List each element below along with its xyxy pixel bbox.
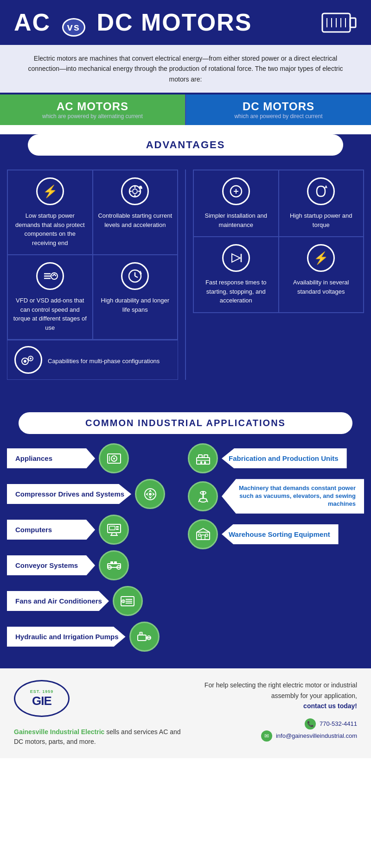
app-compressor: Compressor Drives and Systems bbox=[7, 479, 183, 509]
advantages-section: ADVANTAGES ⚡ Low startup power demands t… bbox=[0, 134, 371, 403]
app-computers: Computers bbox=[7, 515, 183, 545]
fabrication-label: Fabrication and Production Units bbox=[222, 448, 347, 469]
app-conveyor: Conveyor Systems bbox=[7, 550, 183, 580]
svg-rect-61 bbox=[197, 458, 210, 464]
company-description: Gainesville Industrial Electric sells an… bbox=[14, 727, 181, 747]
fans-label: Fans and Air Conditioners bbox=[7, 591, 109, 611]
warehouse-icon bbox=[188, 519, 218, 549]
svg-rect-41 bbox=[109, 526, 115, 530]
svg-line-21 bbox=[135, 276, 138, 277]
dc-adv-text-1: Simpler installation and maintenance bbox=[198, 209, 274, 229]
app-fabrication: Fabrication and Production Units bbox=[188, 443, 364, 473]
dc-adv-2: High startup power and torque bbox=[279, 170, 364, 237]
svg-point-33 bbox=[113, 458, 115, 459]
ac-sub-label: which are powered by alternating current bbox=[9, 113, 176, 120]
app-machinery: Machinery that demands constant power su… bbox=[188, 479, 364, 514]
app-warehouse: Warehouse Sorting Equipment bbox=[188, 519, 364, 549]
header: AC vs DC MOTORS bbox=[0, 0, 371, 45]
ac-adv-text-3: VFD or VSD add-ons that can control spee… bbox=[13, 294, 88, 332]
dc-applications: Fabrication and Production Units Machine… bbox=[188, 443, 364, 652]
dc-adv-3: Fast response times to starting, stoppin… bbox=[193, 237, 279, 313]
appliances-label: Appliances bbox=[7, 448, 95, 469]
fast-response-icon bbox=[222, 244, 250, 272]
cta-text: For help selecting the right electric mo… bbox=[190, 680, 357, 711]
computers-label: Computers bbox=[7, 520, 95, 540]
svg-rect-66 bbox=[204, 461, 206, 464]
ac-advantages: ⚡ Low startup power demands that also pr… bbox=[0, 165, 185, 384]
svg-rect-1 bbox=[350, 18, 356, 27]
dc-adv-text-3: Fast response times to starting, stoppin… bbox=[198, 276, 274, 305]
ac-main-label: AC MOTORS bbox=[9, 100, 176, 113]
advantages-grid: ⚡ Low startup power demands that also pr… bbox=[0, 160, 371, 389]
ac-adv-text-1: Low startup power demands that also prot… bbox=[13, 209, 88, 247]
contact-info: 📞 770-532-4411 ✉ info@gainesvilleindustr… bbox=[190, 718, 357, 742]
voltage-icon: ⚡ bbox=[307, 244, 335, 272]
dc-advantages-grid: Simpler installation and maintenance Hig… bbox=[193, 170, 364, 313]
app-fans: Fans and Air Conditioners bbox=[7, 586, 183, 616]
phone-icon: 📞 bbox=[305, 718, 316, 730]
svg-marker-29 bbox=[232, 254, 240, 262]
intro-section: Electric motors are machines that conver… bbox=[0, 45, 371, 94]
cta-bold: contact us today! bbox=[303, 702, 357, 710]
email-icon: ✉ bbox=[261, 730, 272, 742]
main-title: AC vs DC MOTORS bbox=[14, 8, 252, 37]
svg-rect-73 bbox=[201, 535, 205, 540]
ac-adv-3: VFD or VSD add-ons that can control spee… bbox=[7, 255, 93, 340]
svg-rect-56 bbox=[138, 635, 146, 641]
footer: EST. 1959 GIE Gainesville Industrial Ele… bbox=[0, 666, 371, 758]
motor-type-labels: AC MOTORS which are powered by alternati… bbox=[0, 94, 371, 125]
arrows-icon bbox=[307, 177, 335, 205]
svg-rect-43 bbox=[116, 528, 119, 530]
company-name: Gainesville Industrial Electric bbox=[14, 728, 104, 736]
gear-speed-icon bbox=[121, 177, 149, 205]
phone-number: 770-532-4411 bbox=[320, 718, 357, 730]
computers-icon bbox=[99, 515, 129, 545]
dc-motor-label: DC MOTORS which are powered by direct cu… bbox=[186, 94, 371, 125]
ac-adv-1: ⚡ Low startup power demands that also pr… bbox=[7, 170, 93, 255]
app-appliances: Appliances bbox=[7, 443, 183, 473]
fabrication-icon bbox=[188, 443, 218, 473]
svg-point-36 bbox=[149, 493, 152, 496]
ac-applications: Appliances Compressor Drives and Systems bbox=[7, 443, 183, 652]
dc-adv-text-4: Availability in several standard voltage… bbox=[284, 276, 359, 296]
ac-motor-label: AC MOTORS which are powered by alternati… bbox=[0, 94, 186, 125]
clock-icon bbox=[121, 262, 149, 290]
svg-rect-75 bbox=[205, 534, 208, 536]
conveyor-icon bbox=[99, 550, 129, 580]
svg-point-8 bbox=[133, 189, 137, 194]
ac-adv-2: Controllable starting current levels and… bbox=[93, 170, 178, 255]
appliances-icon bbox=[99, 443, 129, 473]
svg-rect-49 bbox=[114, 561, 117, 564]
vs-badge: vs bbox=[62, 18, 85, 37]
advantages-title: ADVANTAGES bbox=[28, 134, 343, 156]
svg-point-25 bbox=[30, 358, 32, 359]
email-address: info@gainesvilleindustrial.com bbox=[276, 730, 357, 742]
wrench-icon bbox=[222, 177, 250, 205]
email-contact: ✉ info@gainesvilleindustrial.com bbox=[190, 730, 357, 742]
svg-rect-62 bbox=[198, 455, 202, 458]
compressor-label: Compressor Drives and Systems bbox=[7, 484, 131, 504]
ac-adv-4: High durability and longer life spans bbox=[93, 255, 178, 340]
multi-gear-icon bbox=[14, 346, 42, 374]
compressor-icon bbox=[135, 479, 165, 509]
warehouse-label: Warehouse Sorting Equipment bbox=[222, 524, 339, 545]
svg-rect-74 bbox=[198, 534, 201, 536]
ac-advantages-grid: ⚡ Low startup power demands that also pr… bbox=[7, 170, 178, 340]
machinery-icon bbox=[188, 481, 218, 511]
svg-rect-42 bbox=[116, 526, 119, 528]
title-ac: AC bbox=[14, 9, 51, 36]
dc-adv-4: ⚡ Availability in several standard volta… bbox=[279, 237, 364, 313]
hydraulic-icon bbox=[129, 622, 160, 652]
app-columns: Appliances Compressor Drives and Systems bbox=[0, 443, 371, 652]
svg-rect-65 bbox=[200, 461, 202, 464]
svg-rect-48 bbox=[110, 561, 113, 564]
ac-adv-text-5: Capabilities for multi-phase configurati… bbox=[48, 354, 160, 366]
svg-point-23 bbox=[24, 360, 26, 363]
svg-point-14 bbox=[141, 187, 142, 189]
motor-icon bbox=[320, 9, 357, 37]
dc-adv-1: Simpler installation and maintenance bbox=[193, 170, 279, 237]
app-hydraulic: Hydraulic and Irrigation Pumps bbox=[7, 622, 183, 652]
ac-adv-text-4: High durability and longer life spans bbox=[98, 294, 173, 314]
ac-adv-text-2: Controllable starting current levels and… bbox=[98, 209, 173, 229]
applications-title: COMMON INDUSTRIAL APPLICATIONS bbox=[19, 412, 352, 434]
